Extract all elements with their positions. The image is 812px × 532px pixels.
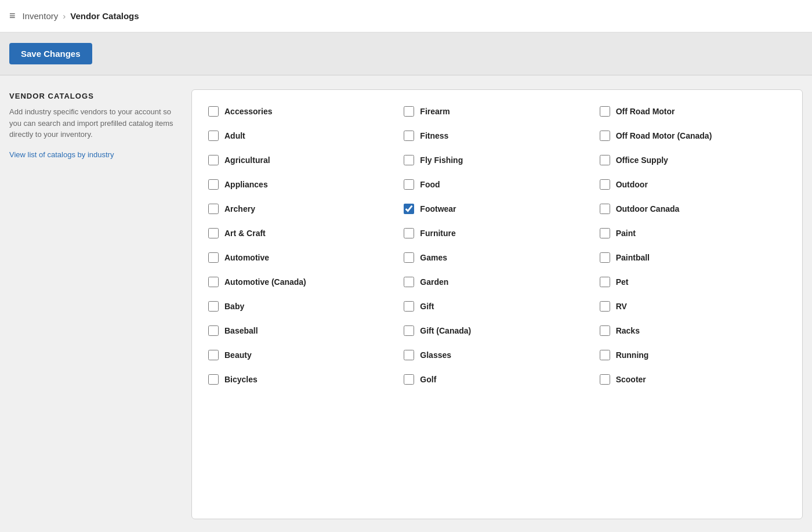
catalog-label-rv[interactable]: RV xyxy=(616,302,627,311)
catalog-checkbox-appliances[interactable] xyxy=(208,179,219,190)
catalog-checkbox-gift[interactable] xyxy=(404,301,414,312)
main-content: VENDOR CATALOGS Add industry specific ve… xyxy=(0,75,812,532)
catalog-item: Baby xyxy=(204,294,399,319)
catalog-label-art_craft[interactable]: Art & Craft xyxy=(224,229,266,238)
catalog-checkbox-furniture[interactable] xyxy=(404,228,414,238)
catalog-label-pet[interactable]: Pet xyxy=(616,277,629,287)
catalog-item: Fitness xyxy=(399,124,594,148)
catalog-label-fly_fishing[interactable]: Fly Fishing xyxy=(420,155,463,165)
catalog-item: Paintball xyxy=(595,245,791,270)
catalog-label-off_road_motor_canada[interactable]: Off Road Motor (Canada) xyxy=(616,131,712,140)
catalog-label-baseball[interactable]: Baseball xyxy=(224,326,258,335)
sidebar-title: VENDOR CATALOGS xyxy=(9,92,177,100)
catalog-item: Fly Fishing xyxy=(399,148,594,172)
catalog-item: Garden xyxy=(399,270,594,294)
catalog-checkbox-glasses[interactable] xyxy=(404,350,414,360)
catalog-label-bicycles[interactable]: Bicycles xyxy=(224,375,258,384)
catalog-label-paint[interactable]: Paint xyxy=(616,229,636,238)
catalog-label-garden[interactable]: Garden xyxy=(420,277,448,287)
sidebar-description: Add industry specific vendors to your ac… xyxy=(9,106,177,140)
view-catalogs-link[interactable]: View list of catalogs by industry xyxy=(9,150,114,159)
catalog-label-paintball[interactable]: Paintball xyxy=(616,253,650,262)
catalog-label-archery[interactable]: Archery xyxy=(224,204,255,213)
breadcrumb-parent[interactable]: Inventory xyxy=(23,11,59,21)
catalog-label-racks[interactable]: Racks xyxy=(616,326,640,335)
menu-icon[interactable]: ≡ xyxy=(9,10,16,22)
catalog-label-office_supply[interactable]: Office Supply xyxy=(616,155,668,165)
catalog-checkbox-rv[interactable] xyxy=(600,301,610,312)
catalog-label-scooter[interactable]: Scooter xyxy=(616,375,646,384)
catalog-checkbox-automotive[interactable] xyxy=(208,252,219,263)
catalog-label-off_road_motor[interactable]: Off Road Motor xyxy=(616,107,675,116)
catalog-label-agricultural[interactable]: Agricultural xyxy=(224,155,270,165)
catalog-checkbox-running[interactable] xyxy=(600,350,610,360)
catalog-checkbox-golf[interactable] xyxy=(404,374,414,385)
catalog-checkbox-baby[interactable] xyxy=(208,301,219,312)
catalog-item: Firearm xyxy=(399,99,594,124)
catalog-item: RV xyxy=(595,294,791,319)
catalog-checkbox-firearm[interactable] xyxy=(404,106,414,117)
catalog-label-adult[interactable]: Adult xyxy=(224,131,245,140)
catalog-checkbox-beauty[interactable] xyxy=(208,350,219,360)
catalog-label-automotive[interactable]: Automotive xyxy=(224,253,269,262)
catalog-checkbox-automotive_canada[interactable] xyxy=(208,277,219,287)
catalog-checkbox-bicycles[interactable] xyxy=(208,374,219,385)
catalog-label-outdoor_canada[interactable]: Outdoor Canada xyxy=(616,204,680,213)
catalog-item: Scooter xyxy=(595,367,791,392)
catalog-checkbox-adult[interactable] xyxy=(208,131,219,141)
catalog-item: Outdoor Canada xyxy=(595,197,791,221)
catalog-label-outdoor[interactable]: Outdoor xyxy=(616,180,648,189)
catalog-item: Agricultural xyxy=(204,148,399,172)
catalog-checkbox-garden[interactable] xyxy=(404,277,414,287)
save-button[interactable]: Save Changes xyxy=(9,43,92,64)
catalog-checkbox-off_road_motor[interactable] xyxy=(600,106,610,117)
catalog-label-accessories[interactable]: Accessories xyxy=(224,107,273,116)
catalog-checkbox-games[interactable] xyxy=(404,252,414,263)
catalog-label-baby[interactable]: Baby xyxy=(224,302,244,311)
catalog-item: Office Supply xyxy=(595,148,791,172)
catalog-item: Food xyxy=(399,172,594,197)
catalog-label-games[interactable]: Games xyxy=(420,253,447,262)
catalog-label-gift[interactable]: Gift xyxy=(420,302,434,311)
catalog-checkbox-office_supply[interactable] xyxy=(600,155,610,165)
catalog-item: Automotive xyxy=(204,245,399,270)
catalog-checkbox-accessories[interactable] xyxy=(208,106,219,117)
catalog-checkbox-paintball[interactable] xyxy=(600,252,610,263)
catalog-checkbox-food[interactable] xyxy=(404,179,414,190)
catalog-checkbox-racks[interactable] xyxy=(600,325,610,336)
catalog-item: Racks xyxy=(595,319,791,343)
catalog-label-footwear[interactable]: Footwear xyxy=(420,204,456,213)
catalog-label-gift_canada[interactable]: Gift (Canada) xyxy=(420,326,471,335)
catalog-label-beauty[interactable]: Beauty xyxy=(224,350,252,360)
catalog-checkbox-gift_canada[interactable] xyxy=(404,325,414,336)
catalog-item: Games xyxy=(399,245,594,270)
catalog-label-furniture[interactable]: Furniture xyxy=(420,229,455,238)
breadcrumb-separator: › xyxy=(63,11,66,21)
catalog-item: Outdoor xyxy=(595,172,791,197)
catalog-checkbox-off_road_motor_canada[interactable] xyxy=(600,131,610,141)
catalog-checkbox-outdoor[interactable] xyxy=(600,179,610,190)
catalog-checkbox-art_craft[interactable] xyxy=(208,228,219,238)
catalog-label-running[interactable]: Running xyxy=(616,350,649,360)
catalog-checkbox-paint[interactable] xyxy=(600,228,610,238)
catalog-label-firearm[interactable]: Firearm xyxy=(420,107,449,116)
catalog-label-fitness[interactable]: Fitness xyxy=(420,131,448,140)
catalog-checkbox-agricultural[interactable] xyxy=(208,155,219,165)
catalog-label-automotive_canada[interactable]: Automotive (Canada) xyxy=(224,277,306,287)
catalog-item: Off Road Motor xyxy=(595,99,791,124)
catalog-checkbox-fly_fishing[interactable] xyxy=(404,155,414,165)
catalog-label-glasses[interactable]: Glasses xyxy=(420,350,451,360)
catalog-label-appliances[interactable]: Appliances xyxy=(224,180,268,189)
catalog-item: Art & Craft xyxy=(204,221,399,245)
catalog-checkbox-pet[interactable] xyxy=(600,277,610,287)
catalog-label-golf[interactable]: Golf xyxy=(420,375,436,384)
catalog-checkbox-scooter[interactable] xyxy=(600,374,610,385)
catalog-item: Off Road Motor (Canada) xyxy=(595,124,791,148)
catalog-checkbox-archery[interactable] xyxy=(208,204,219,214)
catalog-checkbox-baseball[interactable] xyxy=(208,325,219,336)
catalog-checkbox-footwear[interactable] xyxy=(404,204,414,214)
catalog-checkbox-fitness[interactable] xyxy=(404,131,414,141)
catalog-label-food[interactable]: Food xyxy=(420,180,440,189)
catalog-item: Baseball xyxy=(204,319,399,343)
catalog-checkbox-outdoor_canada[interactable] xyxy=(600,204,610,214)
